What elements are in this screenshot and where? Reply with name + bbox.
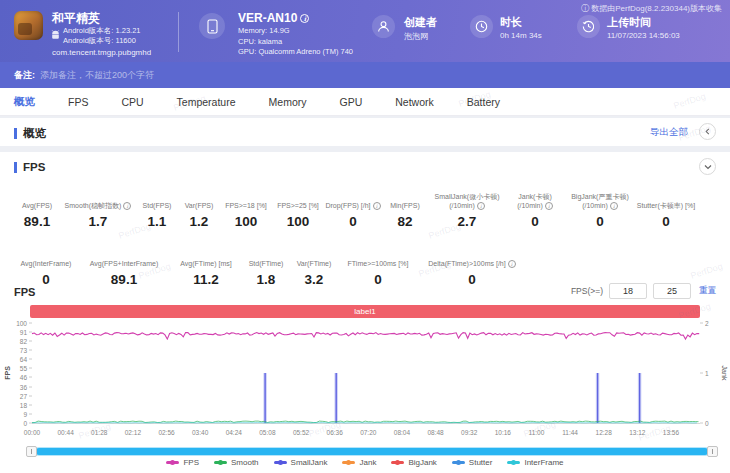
package-name: com.tencent.tmgp.pubgmhd (52, 48, 151, 57)
stat-value: 0 (531, 214, 539, 229)
threshold-input-2[interactable] (653, 283, 691, 299)
info-icon[interactable]: i (373, 202, 381, 210)
svg-text:18: 18 (20, 402, 28, 409)
title-accent-bar (14, 128, 17, 139)
stat-stats_row2-1: Avg(FPS+InterFrame)89.1 (78, 248, 170, 287)
info-icon[interactable]: i (610, 202, 618, 210)
tab-7[interactable]: Battery (467, 96, 500, 108)
device-specs: Memory: 14.9G CPU: kalama GPU: Qualcomm … (238, 26, 353, 58)
legend-marker (342, 461, 355, 464)
svg-text:05:08: 05:08 (259, 429, 276, 436)
duration-icon (470, 15, 493, 38)
overview-collapse-button[interactable] (699, 123, 716, 140)
stat-stats_row2-6: Delta(FTime)>100ms [/h]i0 (418, 248, 526, 287)
svg-text:73: 73 (20, 347, 28, 354)
stat-value: 1.7 (89, 214, 108, 229)
fps-chart[interactable]: 09182736465564738291100012FPSJank00:0000… (0, 319, 730, 441)
stat-value: 0 (596, 214, 604, 229)
legend-item-Jank[interactable]: Jank (342, 458, 376, 467)
legend-item-Stutter[interactable]: Stutter (452, 458, 493, 467)
header: ⓘ 数据由PerfDog(8.2.230344)版本收集 和平精英 Androi… (0, 0, 730, 62)
threshold-input-1[interactable] (609, 283, 647, 299)
legend-label: Stutter (469, 458, 493, 467)
stat-value: 11.2 (193, 272, 219, 287)
stat-stats_row2-0: Avg(InterFrame)0 (14, 248, 78, 287)
time-range-slider[interactable] (30, 446, 714, 457)
device-model: VER-AN10i (238, 11, 309, 25)
tab-bar: 概览FPSCPUTemperatureMemoryGPUNetworkBatte… (0, 88, 730, 116)
info-icon[interactable]: i (508, 260, 516, 268)
device-icon (199, 13, 225, 39)
legend-item-SmallJank[interactable]: SmallJank (274, 458, 328, 467)
legend-label: FPS (183, 458, 199, 467)
slider-handle-right[interactable] (707, 446, 718, 457)
stat-value: 1.1 (148, 214, 167, 229)
info-icon[interactable]: i (545, 202, 553, 210)
legend-marker (507, 461, 520, 464)
chart-annotation-bar[interactable]: label1 (30, 305, 700, 318)
svg-text:82: 82 (20, 338, 28, 345)
upload-time-value: 11/07/2023 14:56:03 (607, 31, 680, 40)
tab-2[interactable]: CPU (121, 96, 143, 108)
svg-text:02:12: 02:12 (125, 429, 142, 436)
stat-stats_row1-6: Drop(FPS) [/h]i0 (324, 190, 382, 229)
note-label: 备注: (14, 69, 35, 82)
device-gpu: GPU: Qualcomm Adreno (TM) 740 (238, 47, 353, 58)
info-icon[interactable]: i (477, 202, 485, 210)
info-icon[interactable]: i (123, 202, 131, 210)
slider-handle-left[interactable] (26, 446, 37, 457)
fps-panel: FPS Avg(FPS)89.1Smooth(稳帧指数)i1.7Std(FPS)… (0, 152, 730, 473)
stat-value: 1.8 (257, 272, 276, 287)
legend-item-InterFrame[interactable]: InterFrame (507, 458, 563, 467)
device-info-icon[interactable]: i (300, 14, 309, 23)
svg-text:05:52: 05:52 (293, 429, 310, 436)
stat-value: 0 (349, 214, 357, 229)
svg-text:64: 64 (20, 356, 28, 363)
slider-track[interactable] (36, 448, 708, 455)
tab-0[interactable]: 概览 (14, 95, 35, 109)
svg-text:09:32: 09:32 (461, 429, 478, 436)
tab-1[interactable]: FPS (68, 96, 88, 108)
note-bar[interactable]: 备注: 添加备注，不超过200个字符 (0, 62, 730, 88)
svg-text:Jank: Jank (721, 366, 728, 381)
stat-stats_row1-9: Jank(卡顿)(/10min)i0 (506, 190, 564, 229)
svg-text:08:04: 08:04 (394, 429, 411, 436)
legend-label: Smooth (231, 458, 259, 467)
fps-chart-svg: 09182736465564738291100012FPSJank00:0000… (0, 319, 730, 441)
legend-label: Jank (359, 458, 376, 467)
upload-time-label: 上传时间 (607, 15, 651, 30)
stat-stats_row1-4: FPS>=18 [%]100 (220, 190, 272, 229)
legend-item-Smooth[interactable]: Smooth (214, 458, 259, 467)
collected-note: ⓘ 数据由PerfDog(8.2.230344)版本收集 (581, 3, 722, 14)
stat-value: 0 (42, 272, 50, 287)
tab-5[interactable]: GPU (339, 96, 362, 108)
legend-item-FPS[interactable]: FPS (166, 458, 199, 467)
svg-text:91: 91 (20, 329, 28, 336)
stat-stats_row1-11: Stutter(卡顿率) [%]0 (636, 190, 696, 229)
stat-value: 89.1 (111, 272, 137, 287)
threshold-label: FPS(>=) (571, 286, 603, 296)
svg-text:46: 46 (20, 374, 28, 381)
svg-text:04:24: 04:24 (226, 429, 243, 436)
legend-item-BigJank[interactable]: BigJank (391, 458, 436, 467)
svg-text:01:28: 01:28 (91, 429, 108, 436)
note-placeholder: 添加备注，不超过200个字符 (40, 69, 154, 82)
tab-6[interactable]: Network (395, 96, 434, 108)
title-accent-bar (14, 162, 17, 173)
android-version: Android版本名: 1.23.21 (63, 26, 141, 36)
svg-text:11:00: 11:00 (529, 429, 545, 436)
export-all-link[interactable]: 导出全部 (650, 126, 688, 139)
svg-text:06:36: 06:36 (327, 429, 344, 436)
svg-text:0: 0 (23, 420, 27, 427)
fps-collapse-button[interactable] (699, 158, 716, 175)
creator-label: 创建者 (404, 15, 437, 30)
android-icon (51, 30, 60, 43)
legend-marker (452, 461, 465, 464)
svg-text:10:16: 10:16 (495, 429, 512, 436)
stat-value: 82 (397, 214, 412, 229)
tab-4[interactable]: Memory (269, 96, 307, 108)
chart-title: FPS (14, 286, 35, 298)
reset-link[interactable]: 重置 (699, 285, 716, 297)
svg-text:00:44: 00:44 (57, 429, 74, 436)
tab-3[interactable]: Temperature (177, 96, 236, 108)
